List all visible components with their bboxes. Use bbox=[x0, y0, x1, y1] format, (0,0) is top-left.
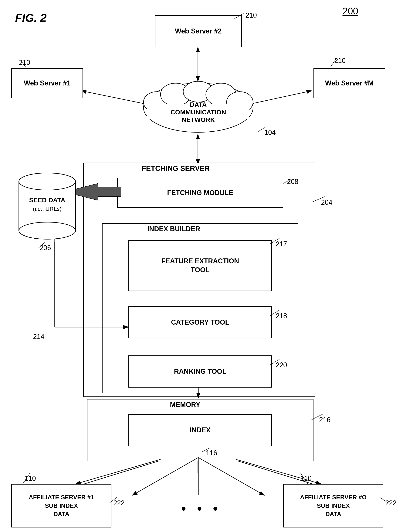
ranking-tool-label: RANKING TOOL bbox=[174, 368, 226, 376]
fetching-module-label: FETCHING MODULE bbox=[167, 189, 233, 197]
seed-data-cylinder: SEED DATA (i.e., URLs) bbox=[15, 170, 79, 242]
dots-label: • • • bbox=[181, 501, 221, 516]
affiliate-server-1-ref-top: 110 bbox=[24, 474, 36, 483]
category-tool-ref: 218 bbox=[276, 312, 287, 320]
feature-extraction-box: FEATURE EXTRACTION TOOL bbox=[128, 240, 272, 291]
svg-line-63 bbox=[132, 458, 198, 495]
affiliate-server-1-box: AFFILIATE SERVER #1 SUB INDEX DATA bbox=[11, 484, 111, 527]
ranking-tool-ref: 220 bbox=[276, 361, 287, 369]
affiliate-server-o-ref-top: 110 bbox=[300, 474, 312, 483]
feature-extraction-ref: 217 bbox=[276, 240, 287, 248]
svg-line-57 bbox=[76, 459, 161, 484]
ref-214: 214 bbox=[33, 333, 44, 341]
svg-point-47 bbox=[19, 222, 76, 239]
index-ref: 116 bbox=[206, 449, 217, 457]
category-tool-label: CATEGORY TOOL bbox=[171, 318, 229, 326]
index-box: INDEX bbox=[128, 414, 272, 446]
svg-marker-51 bbox=[76, 183, 121, 200]
svg-text:DATA: DATA bbox=[190, 101, 207, 108]
web-server-1-box: Web Server #1 bbox=[11, 68, 83, 98]
affiliate-server-o-box: AFFILIATE SERVER #O SUB INDEX DATA bbox=[283, 484, 383, 527]
ranking-tool-box: RANKING TOOL bbox=[128, 355, 272, 388]
memory-ref: 216 bbox=[319, 416, 331, 424]
cloud-svg: DATA COMMUNICATION NETWORK bbox=[138, 79, 259, 136]
affiliate-server-o-ref-side: 222 bbox=[385, 499, 396, 507]
svg-text:NETWORK: NETWORK bbox=[182, 116, 215, 123]
fetching-server-ref: 204 bbox=[321, 198, 332, 206]
figure-number: 200 bbox=[343, 6, 358, 17]
svg-text:COMMUNICATION: COMMUNICATION bbox=[170, 108, 226, 116]
web-server-1-ref: 210 bbox=[19, 59, 30, 66]
feature-extraction-label: FEATURE EXTRACTION TOOL bbox=[161, 257, 239, 275]
index-builder-label: INDEX BUILDER bbox=[147, 225, 200, 233]
svg-text:(i.e., URLs): (i.e., URLs) bbox=[33, 206, 62, 212]
svg-point-44 bbox=[19, 173, 76, 190]
network-ref: 104 bbox=[264, 129, 276, 137]
web-server-2-ref: 210 bbox=[245, 11, 257, 19]
fetching-module-ref: 208 bbox=[287, 178, 298, 186]
web-server-2-box: Web Server #2 bbox=[155, 15, 242, 47]
svg-line-14 bbox=[72, 458, 170, 488]
affiliate-server-o-label: AFFILIATE SERVER #O SUB INDEX DATA bbox=[300, 493, 367, 518]
affiliate-server-1-ref-side: 222 bbox=[113, 499, 125, 507]
svg-line-65 bbox=[198, 458, 264, 495]
seed-data-ref: 206 bbox=[40, 244, 51, 252]
affiliate-server-1-label: AFFILIATE SERVER #1 SUB INDEX DATA bbox=[29, 493, 94, 518]
svg-text:SEED DATA: SEED DATA bbox=[29, 197, 65, 204]
category-tool-box: CATEGORY TOOL bbox=[128, 306, 272, 338]
web-server-m-label: Web Server #M bbox=[325, 79, 373, 87]
web-server-1-label: Web Server #1 bbox=[24, 79, 70, 87]
web-server-m-ref: 210 bbox=[334, 57, 346, 65]
fetching-module-box: FETCHING MODULE bbox=[117, 178, 283, 208]
memory-label: MEMORY bbox=[170, 401, 200, 409]
fetching-server-label: FETCHING SERVER bbox=[142, 164, 210, 173]
seed-data-arrow bbox=[76, 183, 121, 206]
index-label: INDEX bbox=[190, 426, 210, 434]
web-server-2-label: Web Server #2 bbox=[175, 27, 221, 35]
figure-label: FIG. 2 bbox=[15, 11, 47, 24]
diagram: FIG. 2 200 Web Server #2 210 Web Server … bbox=[0, 0, 396, 532]
web-server-m-box: Web Server #M bbox=[314, 68, 385, 98]
svg-line-15 bbox=[227, 458, 325, 488]
